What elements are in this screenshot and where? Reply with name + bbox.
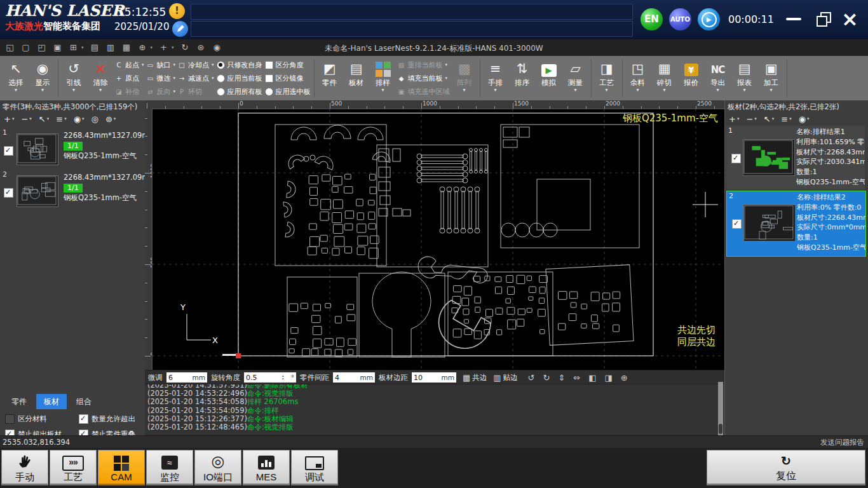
- common-edge-toggle[interactable]: ▦共边: [463, 373, 487, 383]
- reset-button[interactable]: ↻ 复位: [707, 450, 865, 485]
- open-file-icon[interactable]: ◰: [37, 43, 46, 52]
- tab-plates[interactable]: 板材: [36, 394, 67, 409]
- ribbon-button-export-nc[interactable]: NC导出▾: [705, 56, 731, 100]
- mirror-horizontal-icon[interactable]: ⇔: [573, 373, 580, 383]
- ribbon-option-checkbox[interactable]: 区分镜像: [265, 72, 311, 85]
- ribbon-button-report[interactable]: ▤报表▾: [731, 56, 758, 100]
- part-list-item[interactable]: 22268.43mm*1327.09mm1/1钢板Q235-1mm-空气: [1, 170, 144, 211]
- option-1[interactable]: 数量允许超出: [79, 414, 142, 424]
- option-checkbox-unchecked[interactable]: [5, 414, 15, 424]
- move-icon-dropdown[interactable]: ▾: [172, 45, 174, 50]
- send-report-link[interactable]: 发送问题报告: [820, 438, 864, 447]
- ribbon-option-item[interactable]: ▧重排当前板▾: [398, 59, 450, 71]
- locate-icon-dropdown[interactable]: ▾: [151, 45, 153, 50]
- command-log[interactable]: (2025-01-20 14:51:57:931)命令:删除所有板材(2025-…: [145, 384, 727, 436]
- radio-unselected[interactable]: [217, 88, 225, 96]
- nav-button-手动[interactable]: 手动: [1, 450, 48, 485]
- ribbon-option-item[interactable]: ▭微连▾: [147, 72, 176, 85]
- rotate-90-icon[interactable]: ◨: [605, 373, 613, 383]
- parts-info-button[interactable]: ◎: [92, 114, 98, 124]
- ribbon-option-checkbox[interactable]: 区分角度: [265, 59, 311, 71]
- option-0[interactable]: 区分材料: [5, 414, 79, 424]
- ribbon-button-lead-line[interactable]: ↺引线▾: [60, 56, 87, 100]
- ribbon-button-plate[interactable]: ▤板材: [343, 56, 370, 100]
- locate-icon[interactable]: ⊕: [138, 43, 147, 52]
- ribbon-button-craft[interactable]: ◨工艺▾: [593, 56, 620, 100]
- ribbon-option-item[interactable]: ▣填充选中区域: [398, 86, 450, 98]
- plate-margin-input[interactable]: [414, 373, 438, 382]
- ribbon-button-machining[interactable]: ▣加工▾: [758, 56, 785, 100]
- minimize-button[interactable]: [786, 18, 801, 20]
- plate-list-item-selected[interactable]: 2名称:排样结果2利用率:0% 零件数:0板材尺寸:2268.43mm*1327…: [726, 191, 866, 257]
- parts-select-parts-button[interactable]: ↖▾: [39, 114, 49, 124]
- save-icon[interactable]: ▣: [53, 43, 62, 52]
- plate-item-checkbox[interactable]: [731, 154, 741, 163]
- export-icon[interactable]: ▥: [106, 43, 116, 52]
- nesting-canvas[interactable]: YX 05001000150020002500 10005000 钢板Q235-…: [145, 100, 724, 370]
- ribbon-option-item[interactable]: +原点: [115, 72, 144, 85]
- plate-item-checkbox[interactable]: [732, 219, 742, 229]
- part-item-checkbox[interactable]: [4, 188, 13, 198]
- checkbox[interactable]: [265, 74, 273, 83]
- sync-icon[interactable]: ↻: [180, 43, 190, 52]
- run-cycle-icon[interactable]: ▶: [698, 8, 720, 30]
- ribbon-button-part[interactable]: ◩零件: [316, 56, 343, 100]
- plates-select-plates-button[interactable]: ↖▾: [764, 114, 774, 124]
- ribbon-option-radio[interactable]: 只修改自身: [217, 59, 262, 71]
- ribbon-option-radio[interactable]: 应用选中板: [265, 86, 311, 98]
- nav-button-io端口[interactable]: ◎IO端口: [194, 450, 241, 485]
- plates-sort-plates-button[interactable]: ≡▾: [781, 114, 791, 124]
- ribbon-button-display-eye[interactable]: ◉显示▾: [29, 56, 56, 100]
- ribbon-option-item[interactable]: P环切: [178, 86, 214, 98]
- dock-icon[interactable]: ⊕: [621, 373, 628, 383]
- part-item-checkbox[interactable]: [4, 146, 13, 156]
- fit-window-icon[interactable]: ◱: [5, 43, 15, 52]
- plates-remove-plate-button[interactable]: −▾: [746, 114, 756, 124]
- parts-add-part-button[interactable]: +▾: [4, 114, 14, 124]
- ribbon-button-simulate[interactable]: ▶模拟: [536, 56, 562, 100]
- ribbon-button-measure[interactable]: ▱测量▾: [562, 56, 589, 100]
- mirror-vertical-icon[interactable]: ◧: [588, 373, 596, 383]
- edit-icon[interactable]: [172, 21, 188, 37]
- nav-button-监控[interactable]: ≈监控: [146, 450, 193, 485]
- ribbon-option-item[interactable]: ⇄反向▾: [147, 86, 176, 98]
- ribbon-option-item[interactable]: ◪补偿: [115, 86, 144, 98]
- auto-mode-badge[interactable]: AUTO: [669, 8, 691, 30]
- save-as-icon[interactable]: ⊞: [69, 43, 78, 52]
- warning-icon[interactable]: !: [169, 3, 185, 19]
- nav-button-cam[interactable]: CAM: [98, 450, 145, 485]
- rotate-ccw-icon[interactable]: ↺: [528, 373, 535, 383]
- nav-button-mes[interactable]: MES: [243, 450, 290, 485]
- ribbon-button-clear[interactable]: ×清除▾: [87, 56, 114, 100]
- flip-vertical-icon[interactable]: ⇕: [558, 373, 565, 383]
- ribbon-option-item[interactable]: →减速点▾: [178, 72, 214, 85]
- part-list-item[interactable]: 12268.43mm*1327.09mm1/1钢板Q235-1mm-空气: [1, 128, 144, 169]
- tab-combos[interactable]: 组合: [69, 394, 99, 409]
- parts-part-tools-button[interactable]: ⊚▾: [105, 114, 116, 124]
- save-as-icon-dropdown[interactable]: ▾: [81, 45, 84, 50]
- ribbon-button-sort-order[interactable]: ⇅排序: [509, 56, 536, 100]
- restore-button[interactable]: [817, 12, 831, 26]
- nav-button-工艺[interactable]: »»工艺: [50, 450, 97, 485]
- ribbon-option-radio[interactable]: 应用当前板: [217, 72, 262, 85]
- rotate-angle-input[interactable]: [246, 373, 275, 382]
- parts-sort-parts-button[interactable]: ≡▾: [56, 114, 66, 124]
- parts-remove-part-button[interactable]: −▾: [21, 114, 31, 124]
- settings-icon[interactable]: ⊛: [196, 43, 206, 52]
- ribbon-button-nest[interactable]: 排样▾: [370, 56, 397, 100]
- plates-visibility-button[interactable]: ◉▾: [799, 114, 810, 124]
- fine-tune-input[interactable]: [168, 373, 191, 382]
- language-badge[interactable]: EN: [641, 8, 663, 30]
- parts-visibility-button[interactable]: ◉▾: [74, 114, 85, 124]
- option-checkbox-checked[interactable]: [79, 414, 88, 424]
- checkbox[interactable]: [265, 61, 273, 69]
- radio-unselected[interactable]: [217, 74, 225, 83]
- tab-parts[interactable]: 零件: [4, 394, 34, 409]
- machine-config-icon[interactable]: ▦: [122, 43, 132, 52]
- ribbon-option-radio[interactable]: 应用所有板: [217, 86, 262, 98]
- ribbon-option-item[interactable]: ▭缺口▾: [147, 59, 176, 71]
- plate-list-item[interactable]: 1名称:排样结果1利用率:101.659% 零件数:1板材尺寸:2268.43m…: [726, 126, 865, 189]
- import-icon[interactable]: ▤: [90, 43, 100, 52]
- ribbon-option-item[interactable]: □冷却点▾: [178, 59, 214, 71]
- ribbon-option-item[interactable]: C起点▾: [115, 59, 144, 71]
